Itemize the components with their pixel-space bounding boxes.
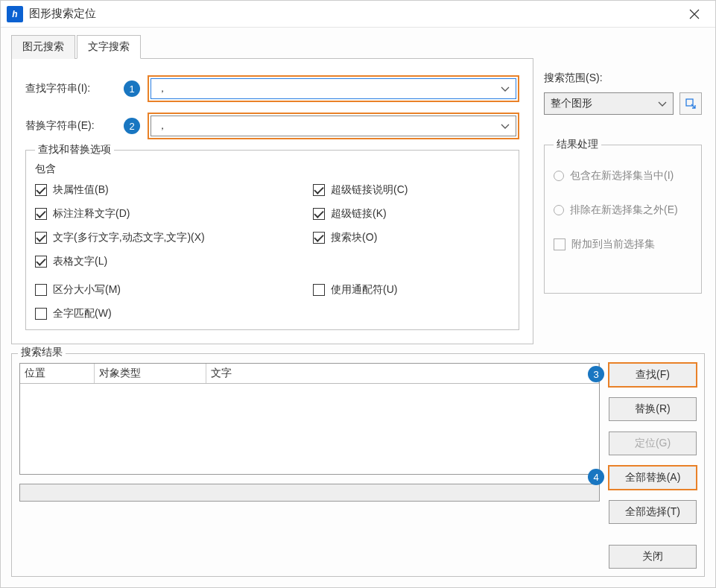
results-left: 位置 对象类型 文字 xyxy=(19,358,600,569)
chk-table-text[interactable]: 表格文字(L) xyxy=(35,255,291,268)
badge-2: 2 xyxy=(124,118,140,134)
checkbox-icon xyxy=(35,308,47,320)
chk-append-selection: 附加到当前选择集 xyxy=(554,238,692,251)
checkbox-icon xyxy=(35,284,47,296)
col-position[interactable]: 位置 xyxy=(20,364,95,383)
tab-text-search[interactable]: 文字搜索 xyxy=(77,35,141,59)
checkbox-icon xyxy=(554,238,565,250)
results-header: 位置 对象类型 文字 xyxy=(20,364,599,384)
tab-strip: 图元搜索 文字搜索 xyxy=(11,35,705,59)
include-group: 包含 块属性值(B) 标注注释文字(D) 文字(多行文字,动态文字,文字)(X)… xyxy=(35,162,510,320)
radio-icon xyxy=(554,205,564,215)
replace-button[interactable]: 替换(R) xyxy=(609,397,697,421)
checkbox-icon xyxy=(35,208,47,220)
radio-include-selection: 包含在新选择集当中(I) xyxy=(554,169,692,183)
chevron-down-icon xyxy=(658,98,667,110)
result-handling-legend: 结果处理 xyxy=(554,138,601,151)
scope-select[interactable]: 整个图形 xyxy=(544,92,674,115)
button-column: 3 查找(F) 替换(R) 定位(G) 4 全部替换(A) 全部选择(T) 关闭 xyxy=(609,363,697,569)
pick-in-drawing-button[interactable] xyxy=(679,92,702,115)
scope-label: 搜索范围(S): xyxy=(544,72,702,85)
status-bar xyxy=(19,484,600,502)
chk-use-wildcard[interactable]: 使用通配符(U) xyxy=(313,283,510,297)
chk-search-block[interactable]: 搜索块(O) xyxy=(313,231,510,244)
left-panel: 查找字符串(I): 1 ， 替换字符串(E): 2 xyxy=(11,58,533,344)
find-row: 查找字符串(I): 1 ， xyxy=(25,75,519,102)
find-replace-options: 查找和替换选项 包含 块属性值(B) 标注注释文字(D) 文字(多行文字,动态文… xyxy=(25,150,519,330)
badge-3: 3 xyxy=(588,366,604,382)
tab-primitive-search[interactable]: 图元搜索 xyxy=(11,35,75,59)
find-button[interactable]: 查找(F) xyxy=(609,363,697,387)
scope-value: 整个图形 xyxy=(551,97,592,110)
main-row: 查找字符串(I): 1 ， 替换字符串(E): 2 xyxy=(11,58,705,344)
checkbox-icon xyxy=(313,284,325,296)
select-all-button[interactable]: 全部选择(T) xyxy=(609,500,697,524)
close-dialog-button[interactable]: 关闭 xyxy=(609,545,697,569)
results-legend: 搜索结果 xyxy=(18,346,66,359)
checkbox-icon xyxy=(35,232,47,244)
chk-annotation[interactable]: 标注注释文字(D) xyxy=(35,207,291,221)
chk-hyperlink[interactable]: 超级链接(K) xyxy=(313,207,510,221)
locate-button[interactable]: 定位(G) xyxy=(609,431,697,455)
checkbox-icon xyxy=(35,256,47,268)
checkbox-icon xyxy=(313,184,325,196)
find-input[interactable]: ， xyxy=(151,78,516,99)
badge-1: 1 xyxy=(124,80,140,97)
chk-whole-word[interactable]: 全字匹配(W) xyxy=(35,307,291,320)
select-icon xyxy=(685,98,697,110)
replace-input-highlight: ， xyxy=(148,113,519,139)
right-panel: 搜索范围(S): 整个图形 xyxy=(533,58,705,344)
chk-hyperlink-desc[interactable]: 超级链接说明(C) xyxy=(313,183,510,197)
results-table[interactable]: 位置 对象类型 文字 xyxy=(19,363,600,475)
close-icon xyxy=(689,9,700,19)
find-label: 查找字符串(I): xyxy=(25,82,122,95)
replace-label: 替换字符串(E): xyxy=(25,119,122,133)
checkbox-icon xyxy=(313,208,325,220)
options-legend: 查找和替换选项 xyxy=(35,143,114,157)
replace-row: 替换字符串(E): 2 ， xyxy=(25,113,519,139)
close-button[interactable] xyxy=(679,1,709,28)
replace-value: ， xyxy=(157,119,168,133)
content-area: 图元搜索 文字搜索 查找字符串(I): 1 ， xyxy=(1,28,715,587)
dialog-window: h 图形搜索定位 图元搜索 文字搜索 查找字符串(I): 1 ， xyxy=(0,0,716,588)
replace-input[interactable]: ， xyxy=(151,116,516,136)
chevron-down-icon xyxy=(501,83,510,95)
window-title: 图形搜索定位 xyxy=(29,7,679,21)
chk-case-sensitive[interactable]: 区分大小写(M) xyxy=(35,283,291,297)
result-handling-group: 结果处理 包含在新选择集当中(I) 排除在新选择集之外(E) 附加到当前选择集 xyxy=(544,145,702,294)
app-icon: h xyxy=(7,6,23,22)
replace-all-button[interactable]: 全部替换(A) xyxy=(609,466,697,490)
results-section: 搜索结果 位置 对象类型 文字 3 查找(F) 替换(R) 定位(G) xyxy=(11,353,705,577)
col-type[interactable]: 对象类型 xyxy=(95,364,206,383)
checkbox-icon xyxy=(313,232,325,244)
radio-icon xyxy=(554,171,564,181)
chk-block-attr[interactable]: 块属性值(B) xyxy=(35,183,291,197)
col-text[interactable]: 文字 xyxy=(206,364,599,383)
chk-text-multi[interactable]: 文字(多行文字,动态文字,文字)(X) xyxy=(35,231,291,244)
find-value: ， xyxy=(157,82,168,95)
titlebar: h 图形搜索定位 xyxy=(1,1,715,28)
chevron-down-icon xyxy=(501,120,510,132)
radio-exclude-selection: 排除在新选择集之外(E) xyxy=(554,203,692,217)
include-legend: 包含 xyxy=(35,162,510,176)
badge-4: 4 xyxy=(588,469,604,485)
checkbox-icon xyxy=(35,184,47,196)
find-input-highlight: ， xyxy=(148,75,519,102)
